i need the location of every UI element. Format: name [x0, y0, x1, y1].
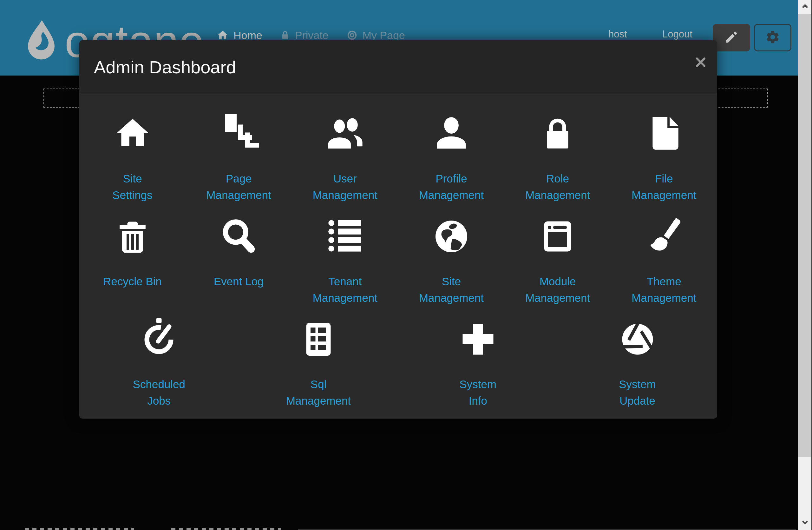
tile-label: Tenant Management	[292, 273, 398, 306]
tile-label-line	[79, 290, 186, 306]
username-link[interactable]: host	[608, 29, 627, 40]
pages-icon	[186, 108, 292, 153]
nav-item-my-page[interactable]: My Page	[346, 29, 405, 42]
close-button[interactable]	[694, 56, 708, 70]
tile-label-line: Module	[505, 273, 611, 290]
tile-site-management[interactable]: Site Management	[398, 211, 505, 306]
tile-label: File Management	[611, 170, 717, 203]
tile-label-line: Management	[611, 290, 717, 306]
clipped-bottom-divider	[298, 529, 796, 530]
scroll-up-button[interactable]	[798, 0, 812, 14]
tile-label-line: Management	[398, 290, 505, 306]
globe-icon	[398, 211, 505, 256]
tile-site-settings[interactable]: Site Settings	[79, 108, 186, 203]
tile-page-management[interactable]: Page Management	[186, 108, 292, 203]
timer-icon	[79, 314, 239, 358]
medical-cross-icon	[398, 314, 558, 358]
tile-row-1: Site Settings Page Management User Man	[79, 108, 717, 203]
nav-item-label: Home	[233, 29, 262, 42]
tile-label-line: Site	[79, 170, 186, 187]
tile-label-line: Management	[186, 187, 292, 203]
modal-body: Site Settings Page Management User Man	[79, 94, 717, 409]
tile-label-line: User	[292, 170, 398, 187]
tile-label: Page Management	[186, 170, 292, 203]
brush-icon	[611, 211, 717, 256]
tile-recycle-bin[interactable]: Recycle Bin	[79, 211, 186, 306]
tile-scheduled-jobs[interactable]: Scheduled Jobs	[79, 314, 239, 409]
tile-label: System Update	[557, 376, 717, 409]
tile-sql-management[interactable]: Sql Management	[239, 314, 398, 409]
trash-icon	[79, 211, 186, 256]
clipped-bottom-content	[171, 528, 281, 530]
tile-label-line: Tenant	[292, 273, 398, 290]
tile-label: Role Management	[505, 170, 611, 203]
tile-label-line: System	[398, 376, 558, 392]
logout-link[interactable]: Logout	[662, 29, 693, 40]
vertical-scrollbar[interactable]	[798, 0, 812, 530]
scroll-down-button[interactable]	[798, 516, 812, 530]
tile-label-line: Jobs	[79, 392, 239, 409]
scrollbar-thumb[interactable]	[798, 14, 812, 457]
edit-mode-button[interactable]	[713, 24, 750, 52]
page: oqtane Home Private My Page host Logout	[0, 0, 812, 530]
clipped-bottom-content	[25, 528, 134, 530]
tile-label-line: Profile	[398, 170, 505, 187]
tile-label: Site Management	[398, 273, 505, 306]
nav-item-label: Private	[295, 29, 329, 42]
tile-label: System Info	[398, 376, 558, 409]
tile-label-line: Page	[186, 170, 292, 187]
tile-profile-management[interactable]: Profile Management	[398, 108, 505, 203]
home-icon	[79, 108, 186, 153]
lock-icon	[280, 30, 290, 40]
tile-label-line: Theme	[611, 273, 717, 290]
list-icon	[292, 211, 398, 256]
tile-label: Event Log	[186, 273, 292, 306]
tile-tenant-management[interactable]: Tenant Management	[292, 211, 398, 306]
tile-row-3: Scheduled Jobs Sql Management System I	[79, 314, 717, 409]
home-icon	[217, 29, 229, 41]
tile-label-line: Management	[398, 187, 505, 203]
lock-icon	[505, 108, 611, 153]
tile-event-log[interactable]: Event Log	[186, 211, 292, 306]
modal-title: Admin Dashboard	[94, 57, 236, 77]
tile-label-line	[186, 290, 292, 306]
tile-label-line: System	[557, 376, 717, 392]
tile-module-management[interactable]: Module Management	[505, 211, 611, 306]
tile-label: Scheduled Jobs	[79, 376, 239, 409]
tile-label-line: Settings	[79, 187, 186, 203]
tile-theme-management[interactable]: Theme Management	[611, 211, 717, 306]
tile-label: Sql Management	[239, 376, 398, 409]
modal-header: Admin Dashboard	[79, 40, 717, 94]
chevron-up-icon	[801, 2, 809, 12]
tile-label: Module Management	[505, 273, 611, 306]
aperture-icon	[557, 314, 717, 358]
page-settings-button[interactable]	[754, 24, 792, 52]
tile-label-line: Sql	[239, 376, 398, 392]
tile-label-line: Update	[557, 392, 717, 409]
magnifier-icon	[186, 211, 292, 256]
gear-icon	[765, 29, 780, 46]
tile-label-line: Site	[398, 273, 505, 290]
tile-label-line: Management	[239, 392, 398, 409]
person-icon	[398, 108, 505, 153]
tile-row-2: Recycle Bin Event Log Tenant Managem	[79, 211, 717, 306]
nav-item-label: My Page	[363, 29, 405, 42]
tile-role-management[interactable]: Role Management	[505, 108, 611, 203]
pencil-icon	[724, 30, 739, 45]
oqtane-drop-icon	[22, 16, 60, 66]
file-icon	[611, 108, 717, 153]
tile-system-update[interactable]: System Update	[557, 314, 717, 409]
nav-item-private[interactable]: Private	[280, 29, 329, 42]
close-icon	[694, 56, 707, 70]
tile-system-info[interactable]: System Info	[398, 314, 558, 409]
tile-label-line: Scheduled	[79, 376, 239, 392]
tile-label: Recycle Bin	[79, 273, 186, 306]
tile-label: User Management	[292, 170, 398, 203]
tile-user-management[interactable]: User Management	[292, 108, 398, 203]
admin-dashboard-modal: Admin Dashboard Site Settings Page	[79, 40, 717, 419]
tile-label: Site Settings	[79, 170, 186, 203]
tile-file-management[interactable]: File Management	[611, 108, 717, 203]
target-icon	[346, 29, 358, 41]
nav-item-home[interactable]: Home	[217, 29, 262, 42]
tile-label-line: Management	[611, 187, 717, 203]
